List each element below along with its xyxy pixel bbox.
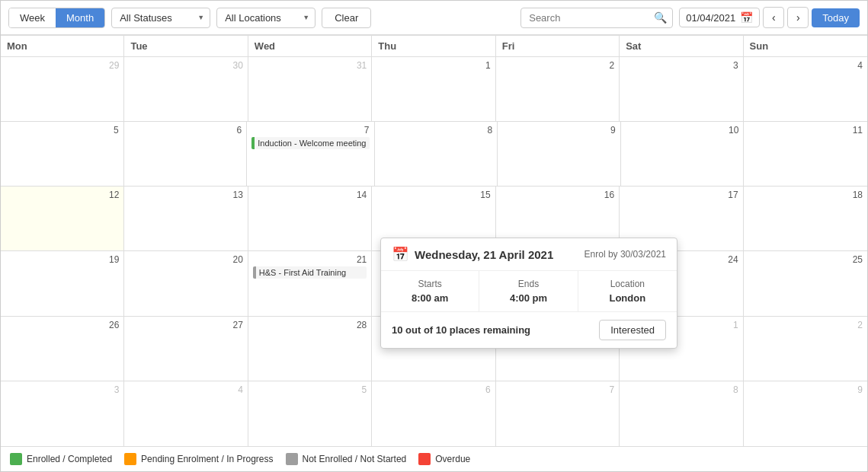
cell-date: 17 [624, 190, 738, 200]
popup-times: Starts 8:00 am Ends 4:00 pm Location Lon… [381, 271, 677, 312]
location-label: Location [591, 279, 665, 289]
legend-item: Pending Enrolment / In Progress [124, 453, 273, 465]
calendar-cell[interactable]: 6 [124, 122, 248, 186]
calendar-cell[interactable]: 9 [498, 122, 621, 186]
legend-color [418, 453, 431, 465]
calendar-cell[interactable]: 29 [1, 57, 124, 121]
next-button[interactable]: › [787, 7, 809, 28]
calendar-cell[interactable]: 13 [124, 187, 248, 250]
starts-value: 8:00 am [393, 292, 466, 304]
cell-date: 3 [624, 60, 738, 71]
legend-item: Enrolled / Completed [10, 453, 112, 465]
calendar-cell[interactable]: 12 [1, 187, 124, 250]
calendar-cell[interactable]: 7 [496, 381, 620, 446]
cell-date: 1 [376, 60, 490, 71]
search-input[interactable] [520, 8, 673, 28]
search-icon: 🔍 [654, 11, 667, 24]
calendar-cell[interactable]: 31 [248, 57, 372, 121]
calendar-cell[interactable]: 4 [124, 381, 248, 446]
calendar-cell[interactable]: 4 [744, 57, 867, 121]
calendar-event[interactable]: H&S - First Aid Training [253, 266, 367, 279]
prev-button[interactable]: ‹ [763, 7, 784, 28]
cell-date: 6 [129, 125, 242, 136]
date-nav: 01/04/2021 📅 ‹ › Today [679, 7, 860, 28]
date-display: 01/04/2021 [686, 12, 735, 24]
legend-color [10, 453, 22, 465]
legend: Enrolled / CompletedPending Enrolment / … [1, 446, 867, 471]
calendar-cell[interactable]: 3 [620, 57, 743, 121]
cell-date: 7 [501, 384, 614, 395]
legend-item: Overdue [418, 453, 470, 465]
cal-header-day: Fri [496, 36, 620, 56]
calendar-cell[interactable]: 19 [1, 251, 124, 315]
places-remaining: 10 out of 10 places remaining [392, 324, 530, 336]
month-view-button[interactable]: Month [56, 8, 104, 27]
calendar-cell[interactable]: 7Induction - Welcome meeting [247, 122, 374, 186]
cell-date: 20 [129, 254, 242, 265]
cell-date: 4 [748, 60, 863, 71]
location-filter-select[interactable]: All Locations [216, 8, 315, 28]
today-button[interactable]: Today [812, 8, 860, 27]
calendar-cell[interactable]: 8 [620, 381, 743, 446]
calendar-cell[interactable]: 11 [744, 122, 867, 186]
week-view-button[interactable]: Week [9, 8, 56, 27]
calendar-cell[interactable]: 8 [375, 122, 498, 186]
cell-date: 28 [253, 320, 367, 330]
calendar-cell[interactable]: 20 [124, 251, 248, 315]
legend-color [124, 453, 136, 465]
legend-item: Not Enrolled / Not Started [286, 453, 407, 465]
calendar-cell[interactable]: 1 [372, 57, 495, 121]
calendar-cell[interactable]: 28 [248, 317, 372, 381]
calendar-cell[interactable]: 26 [1, 317, 124, 381]
cell-date: 9 [748, 384, 863, 395]
calendar-cell[interactable]: 9 [744, 381, 867, 446]
cal-header-day: Mon [1, 36, 124, 56]
cell-date: 5 [253, 384, 367, 395]
cell-date: 13 [129, 190, 242, 200]
calendar-cell[interactable]: 3 [1, 381, 124, 446]
cell-date: 30 [129, 60, 242, 71]
popup-title-wrap: 📅 Wednesday, 21 April 2021 [392, 246, 553, 263]
popup-body: Starts 8:00 am Ends 4:00 pm Location Lon… [381, 271, 677, 348]
calendar-cell[interactable]: 2 [496, 57, 620, 121]
calendar-cell[interactable]: 5 [1, 122, 124, 186]
cell-date: 25 [748, 254, 863, 265]
cell-date: 18 [748, 190, 863, 200]
popup-calendar-icon: 📅 [392, 246, 408, 263]
cell-date: 10 [626, 125, 739, 136]
popup-starts-cell: Starts 8:00 am [381, 271, 479, 311]
calendar-cell[interactable]: 27 [124, 317, 248, 381]
cell-date: 2 [748, 320, 863, 330]
popup-location-cell: Location London [578, 271, 677, 311]
view-toggle: Week Month [8, 8, 105, 28]
ends-value: 4:00 pm [492, 292, 565, 304]
ends-label: Ends [492, 279, 565, 289]
calendar-icon[interactable]: 📅 [740, 11, 753, 24]
calendar-cell[interactable]: 10 [621, 122, 745, 186]
calendar-cell[interactable]: 2 [744, 317, 867, 381]
popup-ends-cell: Ends 4:00 pm [479, 271, 578, 311]
status-filter-select[interactable]: All Statuses [111, 8, 210, 28]
popup-enrol-by: Enrol by 30/03/2021 [585, 249, 666, 260]
calendar-week: 567Induction - Welcome meeting891011 [1, 122, 867, 187]
calendar-event[interactable]: Induction - Welcome meeting [251, 137, 369, 149]
cell-date: 11 [748, 125, 863, 136]
calendar-cell[interactable]: 18 [744, 187, 867, 250]
event-popup: 📅 Wednesday, 21 April 2021 Enrol by 30/0… [380, 238, 677, 349]
clear-button[interactable]: Clear [322, 8, 371, 28]
interested-button[interactable]: Interested [599, 320, 666, 340]
legend-label: Enrolled / Completed [27, 454, 112, 464]
calendar-cell[interactable]: 25 [744, 251, 867, 315]
cell-date: 6 [376, 384, 490, 395]
calendar-cell[interactable]: 30 [124, 57, 248, 121]
calendar-cell[interactable]: 6 [372, 381, 495, 446]
cell-date: 8 [380, 125, 493, 136]
legend-label: Pending Enrolment / In Progress [141, 454, 273, 464]
cell-date: 9 [502, 125, 616, 136]
calendar-cell[interactable]: 5 [248, 381, 372, 446]
calendar-cell[interactable]: 21H&S - First Aid Training [248, 251, 372, 315]
cell-date: 21 [253, 254, 367, 265]
cell-date: 16 [501, 190, 614, 200]
status-filter-wrap: All Statuses [111, 8, 210, 28]
calendar-cell[interactable]: 14 [248, 187, 372, 250]
